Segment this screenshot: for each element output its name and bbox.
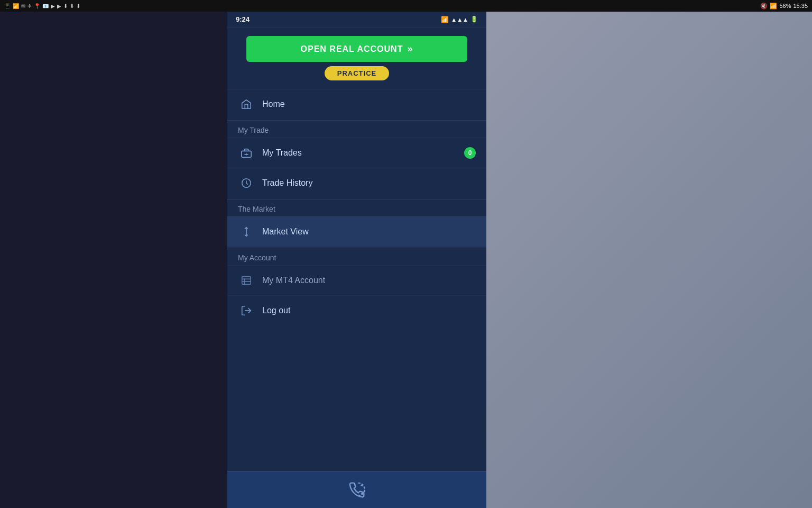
battery-level: 56%: [779, 3, 791, 9]
phone-top-bar: 9:24 📶 ▲▲▲ 🔋: [227, 12, 486, 28]
telegram-icon: ✈: [27, 3, 32, 9]
nav-item-logout[interactable]: Log out: [227, 295, 486, 325]
youtube-icon: ▶: [51, 3, 55, 9]
phone-signal-icon: ▲▲▲: [451, 16, 468, 23]
practice-btn-container: PRACTICE: [227, 66, 486, 80]
media-icon: ▶: [57, 3, 61, 9]
account-icon: [238, 272, 255, 289]
practice-label: PRACTICE: [337, 69, 376, 77]
phone-bottom-bar: [227, 471, 486, 508]
practice-button[interactable]: PRACTICE: [325, 66, 389, 80]
chevrons-icon: »: [407, 43, 413, 55]
divider1: [227, 120, 486, 121]
phone-time: 9:24: [236, 15, 250, 23]
nav-item-my-trades[interactable]: My Trades 0: [227, 138, 486, 168]
svg-rect-5: [242, 277, 251, 285]
download2-icon: ⬇: [70, 3, 74, 9]
nav-item-home[interactable]: Home: [227, 89, 486, 119]
notification-icon: 📱: [4, 3, 11, 9]
phone-screen: 9:24 📶 ▲▲▲ 🔋 OPEN REAL ACCOUNT » PRACTIC…: [227, 12, 486, 508]
location-icon: 📍: [34, 3, 40, 9]
mail-icon: 📧: [42, 3, 49, 9]
mute-icon: 🔇: [760, 3, 768, 10]
my-mt4-account-label: My MT4 Account: [262, 276, 476, 285]
open-account-label: OPEN REAL ACCOUNT: [301, 44, 403, 54]
right-panel: [486, 12, 812, 508]
my-trades-badge: 0: [464, 147, 476, 159]
download-icon: ⬇: [63, 3, 68, 9]
history-icon: [238, 175, 255, 192]
open-real-account-button[interactable]: OPEN REAL ACCOUNT »: [246, 36, 467, 62]
market-view-label: Market View: [262, 227, 476, 237]
home-icon: [238, 96, 255, 113]
briefcase-icon: [238, 144, 255, 161]
divider2: [227, 199, 486, 199]
status-bar-left: 📱 📶 ✉ ✈ 📍 📧 ▶ ▶ ⬇ ⬇ ⬇: [4, 3, 80, 9]
download3-icon: ⬇: [76, 3, 80, 9]
the-market-section-label: The Market: [227, 201, 486, 216]
status-bar-right: 🔇 📶 56% 15:35: [760, 3, 808, 10]
home-label: Home: [262, 99, 476, 109]
sms-icon: ✉: [21, 3, 25, 9]
menu-content: OPEN REAL ACCOUNT » PRACTICE Home: [227, 28, 486, 471]
phone-wifi-icon: 📶: [441, 16, 449, 23]
arrows-icon: [238, 223, 255, 240]
phone-status-icons: 📶 ▲▲▲ 🔋: [441, 16, 478, 23]
trade-history-label: Trade History: [262, 178, 476, 188]
nav-item-trade-history[interactable]: Trade History: [227, 168, 486, 198]
system-status-bar: 📱 📶 ✉ ✈ 📍 📧 ▶ ▶ ⬇ ⬇ ⬇ 🔇 📶 56% 15:35: [0, 0, 812, 12]
call-button[interactable]: [344, 477, 370, 503]
logout-label: Log out: [262, 306, 476, 315]
my-account-section-label: My Account: [227, 249, 486, 265]
logout-icon: [238, 302, 255, 319]
nav-item-market-view[interactable]: Market View: [227, 216, 486, 247]
my-trades-label: My Trades: [262, 148, 464, 158]
wifi-icon: 📶: [13, 3, 19, 9]
left-background: [0, 12, 227, 508]
clock: 15:35: [793, 3, 808, 9]
nav-item-my-mt4-account[interactable]: My MT4 Account: [227, 265, 486, 295]
my-trade-section-label: My Trade: [227, 122, 486, 138]
divider3: [227, 248, 486, 248]
phone-battery-icon: 🔋: [470, 16, 478, 23]
signal-bars: 📶: [770, 3, 777, 10]
